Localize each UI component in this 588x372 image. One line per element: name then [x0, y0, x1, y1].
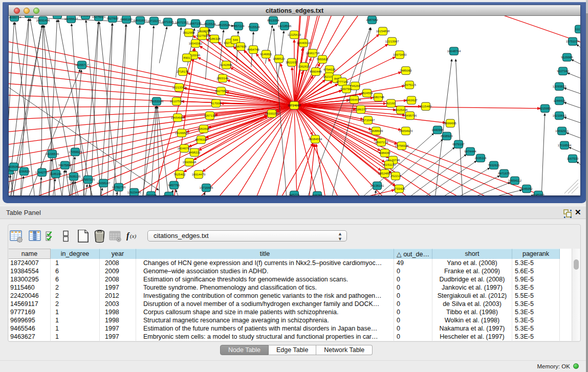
svg-text:2803144: 2803144: [216, 77, 229, 80]
svg-text:16055717: 16055717: [75, 63, 89, 67]
svg-text:17359924: 17359924: [69, 150, 82, 154]
svg-text:20053346: 20053346: [150, 100, 164, 103]
svg-text:3215953: 3215953: [539, 107, 551, 110]
svg-text:8878312: 8878312: [195, 138, 207, 141]
svg-text:8471675: 8471675: [498, 172, 510, 175]
svg-text:9146821: 9146821: [260, 53, 272, 56]
svg-text:9129966: 9129966: [561, 56, 573, 59]
svg-text:9463627: 9463627: [405, 99, 418, 102]
svg-text:16107554: 16107554: [170, 100, 184, 103]
svg-text:10973493: 10973493: [393, 53, 407, 56]
svg-text:2718176: 2718176: [177, 70, 189, 73]
svg-text:15692911: 15692911: [555, 129, 569, 133]
svg-text:16151132: 16151132: [382, 163, 396, 166]
svg-text:8454749: 8454749: [247, 48, 259, 51]
svg-text:9245063: 9245063: [532, 193, 545, 195]
svg-text:7485063: 7485063: [400, 69, 412, 72]
svg-text:8813054: 8813054: [267, 19, 279, 22]
svg-text:15751074: 15751074: [566, 40, 580, 43]
svg-text:7632621: 7632621: [488, 164, 500, 167]
svg-text:19654983: 19654983: [171, 116, 185, 119]
svg-text:16210643: 16210643: [553, 114, 567, 117]
svg-text:12923446: 12923446: [127, 191, 141, 194]
svg-text:18907219: 18907219: [375, 141, 388, 144]
svg-text:16961758: 16961758: [306, 52, 320, 55]
svg-text:16648764: 16648764: [447, 50, 461, 53]
svg-text:7515524: 7515524: [204, 23, 216, 26]
svg-text:417006: 417006: [211, 102, 222, 105]
svg-text:16671355: 16671355: [175, 21, 189, 24]
svg-text:1353594: 1353594: [198, 127, 210, 130]
svg-text:20691406: 20691406: [36, 19, 50, 22]
svg-text:6679197: 6679197: [452, 143, 465, 146]
svg-text:64661601: 64661601: [134, 19, 147, 22]
svg-text:10688609: 10688609: [369, 129, 383, 133]
svg-text:20206536: 20206536: [46, 152, 59, 156]
svg-text:8186328: 8186328: [208, 37, 221, 40]
svg-text:3935061: 3935061: [9, 165, 20, 168]
svg-text:9474444: 9474444: [464, 150, 476, 153]
svg-text:19756928: 19756928: [395, 144, 409, 147]
svg-text:7515528: 7515528: [218, 24, 230, 27]
svg-text:13495756: 13495756: [403, 114, 417, 117]
svg-text:10958107: 10958107: [97, 182, 111, 185]
svg-text:8901: 8901: [183, 56, 190, 59]
svg-text:12213363: 12213363: [172, 86, 186, 89]
svg-text:1244415: 1244415: [553, 99, 565, 102]
svg-text:16654923: 16654923: [399, 129, 413, 133]
svg-text:9227342: 9227342: [557, 70, 569, 73]
svg-text:16640910: 16640910: [297, 41, 311, 45]
svg-text:17957225: 17957225: [81, 178, 95, 181]
svg-text:14218506: 14218506: [278, 25, 292, 28]
svg-text:1588520: 1588520: [273, 57, 285, 60]
svg-text:1362615: 1362615: [298, 65, 310, 68]
svg-text:18945451: 18945451: [51, 16, 64, 16]
svg-text:15716485: 15716485: [200, 186, 213, 189]
svg-text:18724007: 18724007: [288, 104, 301, 107]
svg-text:15276021: 15276021: [92, 16, 106, 18]
svg-text:14055714: 14055714: [9, 16, 21, 19]
svg-text:1156829: 1156829: [18, 170, 31, 173]
svg-text:8427552: 8427552: [215, 90, 227, 93]
svg-text:3498222: 3498222: [188, 151, 201, 154]
svg-text:3822037: 3822037: [286, 61, 298, 64]
svg-text:14136141: 14136141: [371, 184, 384, 187]
svg-text:945779: 945779: [289, 193, 300, 195]
svg-text:2087682: 2087682: [366, 18, 378, 21]
svg-text:1292346: 1292346: [163, 194, 175, 195]
svg-text:f: f: [126, 231, 130, 240]
svg-text:7857224: 7857224: [232, 25, 245, 28]
svg-text:8938923: 8938923: [441, 135, 453, 138]
svg-text:20364436: 20364436: [347, 98, 361, 101]
svg-text:11325419: 11325419: [288, 33, 301, 36]
svg-text:12213967: 12213967: [385, 40, 399, 43]
svg-text:252214: 252214: [390, 174, 401, 178]
svg-text:(x): (x): [130, 233, 137, 239]
svg-text:1527602: 1527602: [106, 17, 119, 20]
svg-text:1167533: 1167533: [567, 157, 579, 160]
svg-text:9384067: 9384067: [379, 151, 391, 155]
svg-text:9457791: 9457791: [168, 184, 180, 187]
svg-text:9327503: 9327503: [196, 34, 208, 37]
svg-text:16543362: 16543362: [189, 42, 203, 45]
svg-text:19166825: 19166825: [175, 132, 189, 135]
svg-text:17016504: 17016504: [558, 144, 572, 147]
svg-text:6466160: 6466160: [120, 18, 133, 21]
svg-text:9115460: 9115460: [420, 105, 432, 108]
svg-text:10654112: 10654112: [508, 179, 522, 182]
svg-text:10719155: 10719155: [147, 19, 161, 23]
svg-text:1667135: 1667135: [189, 22, 202, 25]
svg-text:16154838: 16154838: [376, 30, 390, 33]
svg-text:16055627: 16055627: [64, 17, 78, 20]
svg-text:12975115: 12975115: [403, 83, 417, 86]
svg-text:746266: 746266: [350, 84, 361, 87]
svg-text:11178: 11178: [575, 28, 580, 31]
svg-text:10653267: 10653267: [79, 16, 93, 17]
svg-text:39975867: 39975867: [58, 164, 72, 167]
svg-text:546: 546: [233, 38, 238, 41]
svg-text:12505135: 12505135: [67, 175, 81, 178]
svg-text:9777169: 9777169: [336, 80, 349, 83]
svg-text:1440995: 1440995: [431, 128, 444, 132]
svg-text:19524851: 19524851: [378, 172, 392, 175]
svg-text:12942757: 12942757: [35, 171, 49, 174]
